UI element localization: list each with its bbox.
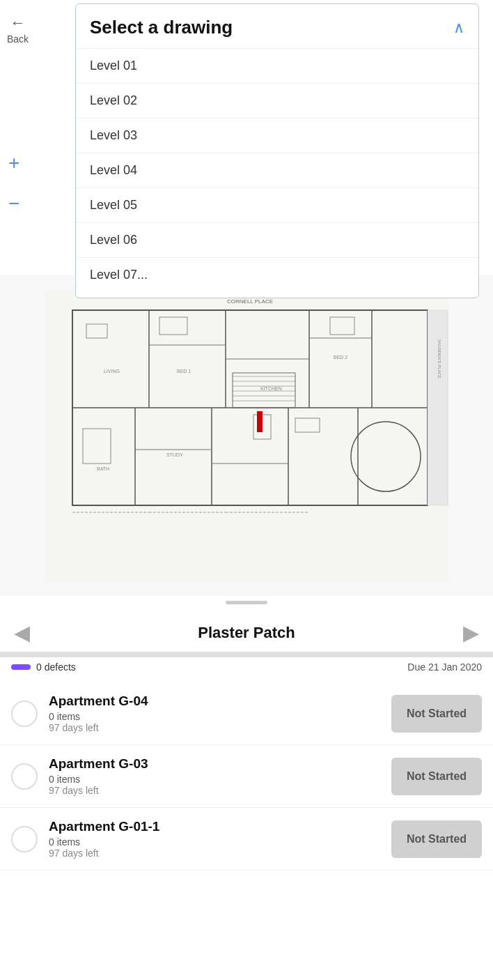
- back-label: Back: [7, 33, 29, 45]
- svg-text:BED 1: BED 1: [177, 369, 191, 374]
- bottom-panel: ◀ Plaster Patch ▶ 0 defects Due 21 Jan 2…: [0, 613, 493, 885]
- not-started-button[interactable]: Not Started: [391, 695, 482, 733]
- apt-info: Apartment G-04 0 items 97 days left: [49, 694, 391, 733]
- svg-text:SAUNDER'S PLACE: SAUNDER'S PLACE: [437, 339, 441, 378]
- apt-name: Apartment G-04: [49, 694, 391, 709]
- dropdown-item-level-07[interactable]: Level 07...: [76, 257, 478, 292]
- apartment-list: Apartment G-04 0 items 97 days left Not …: [0, 682, 493, 885]
- prev-arrow-button[interactable]: ◀: [14, 620, 30, 645]
- dropdown-header: Select a drawing ∧: [76, 4, 478, 48]
- dropdown-item-level-04[interactable]: Level 04: [76, 153, 478, 187]
- section-title: Plaster Patch: [198, 624, 295, 642]
- due-date-label: Due 21 Jan 2020: [407, 661, 482, 673]
- svg-text:STUDY: STUDY: [166, 452, 183, 457]
- apt-items: 0 items: [49, 836, 391, 848]
- svg-text:LIVING: LIVING: [104, 369, 120, 374]
- progress-bar-background: [0, 652, 493, 657]
- back-button[interactable]: ← Back: [7, 14, 29, 45]
- apt-circle[interactable]: [11, 700, 38, 727]
- floor-plan-svg: SAUNDER'S PLACE CORNELL PLACE LIVING BED…: [45, 289, 448, 582]
- svg-text:CORNELL PLACE: CORNELL PLACE: [227, 298, 273, 305]
- apt-name: Apartment G-01-1: [49, 819, 391, 834]
- svg-text:BATH: BATH: [97, 466, 109, 471]
- apt-days: 97 days left: [49, 722, 391, 733]
- dropdown-title: Select a drawing: [90, 17, 233, 38]
- apt-circle[interactable]: [11, 826, 38, 852]
- blueprint-view: SAUNDER'S PLACE CORNELL PLACE LIVING BED…: [0, 275, 493, 596]
- svg-text:BED 2: BED 2: [334, 355, 347, 360]
- zoom-in-button[interactable]: +: [8, 153, 19, 173]
- drawing-dropdown: Select a drawing ∧ Level 01Level 02Level…: [75, 3, 479, 298]
- apt-circle[interactable]: [11, 763, 38, 790]
- dropdown-item-level-02[interactable]: Level 02: [76, 83, 478, 118]
- svg-rect-23: [257, 411, 263, 432]
- not-started-button[interactable]: Not Started: [391, 758, 482, 795]
- apartment-item-apt-g01-1: Apartment G-01-1 0 items 97 days left No…: [0, 808, 493, 871]
- nav-row: ◀ Plaster Patch ▶: [0, 613, 493, 652]
- apt-items: 0 items: [49, 711, 391, 722]
- svg-text:KITCHEN: KITCHEN: [260, 386, 282, 391]
- svg-rect-0: [45, 289, 448, 582]
- zoom-controls: + −: [8, 153, 19, 213]
- dropdown-item-level-03[interactable]: Level 03: [76, 118, 478, 153]
- zoom-out-button[interactable]: −: [8, 194, 19, 213]
- defects-count: 0 defects: [36, 661, 76, 673]
- apartment-item-apt-g03: Apartment G-03 0 items 97 days left Not …: [0, 745, 493, 808]
- chevron-up-icon[interactable]: ∧: [453, 19, 464, 37]
- dropdown-item-level-05[interactable]: Level 05: [76, 187, 478, 222]
- dropdown-item-level-06[interactable]: Level 06: [76, 222, 478, 257]
- back-arrow-icon: ←: [10, 14, 26, 32]
- apt-days: 97 days left: [49, 848, 391, 859]
- defects-label: 0 defects: [11, 661, 76, 673]
- progress-info: 0 defects Due 21 Jan 2020: [0, 657, 493, 677]
- apt-name: Apartment G-03: [49, 756, 391, 772]
- drawing-area[interactable]: SAUNDER'S PLACE CORNELL PLACE LIVING BED…: [0, 275, 493, 596]
- progress-section: 0 defects Due 21 Jan 2020: [0, 652, 493, 682]
- drag-handle[interactable]: [226, 601, 267, 604]
- not-started-button[interactable]: Not Started: [391, 820, 482, 858]
- next-arrow-button[interactable]: ▶: [463, 620, 479, 645]
- apt-info: Apartment G-01-1 0 items 97 days left: [49, 819, 391, 859]
- apt-items: 0 items: [49, 774, 391, 785]
- apt-info: Apartment G-03 0 items 97 days left: [49, 756, 391, 796]
- apartment-item-apt-g04: Apartment G-04 0 items 97 days left Not …: [0, 682, 493, 745]
- apt-days: 97 days left: [49, 785, 391, 796]
- dropdown-item-level-01[interactable]: Level 01: [76, 48, 478, 83]
- defect-dot-icon: [11, 664, 31, 670]
